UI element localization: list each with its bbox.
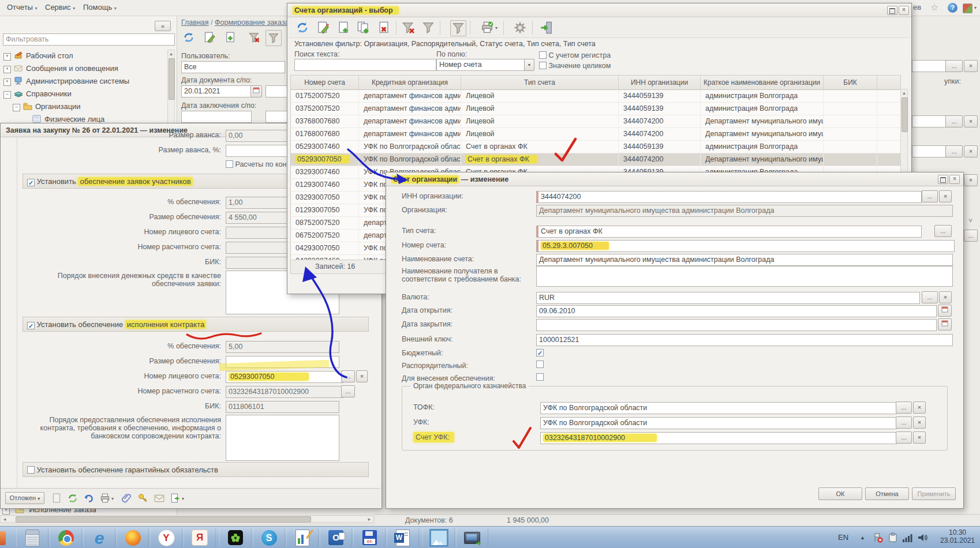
tray-expand-icon[interactable]: ▲	[860, 527, 865, 548]
expander-plus-icon[interactable]: +	[3, 66, 11, 73]
lookup-button[interactable]: ...	[945, 145, 963, 157]
currency-input[interactable]: RUR	[536, 292, 920, 304]
chevron-down-icon[interactable]: ▾	[111, 496, 114, 501]
table-row[interactable]: 01768007680департамент финансов админист…	[291, 128, 900, 141]
contract-calc-checkbox[interactable]: Расчеты по контр	[226, 160, 294, 168]
right-panel-input[interactable]	[912, 60, 947, 72]
taskbar-item-remote-desktop[interactable]	[456, 528, 488, 547]
column-header[interactable]: ИНН организации	[619, 76, 701, 89]
menu-help[interactable]: Помощь ▾	[83, 0, 117, 15]
network-signal-icon[interactable]	[903, 534, 913, 544]
filter-alt-icon[interactable]	[450, 20, 466, 36]
expander-minus-icon[interactable]: −	[3, 91, 11, 99]
favorites-star-icon[interactable]: ☆	[930, 0, 938, 15]
case-sensitive-checkbox[interactable]: С учетом регистра	[539, 51, 611, 59]
doc-date-from-input[interactable]: 20.01.2021	[181, 85, 252, 97]
scroll-up-icon[interactable]: ▲	[168, 51, 174, 57]
close-button[interactable]: ×	[899, 6, 909, 15]
horizontal-scrollbar[interactable]: ◄ ►	[0, 515, 374, 523]
taskbar-item-firefox[interactable]	[117, 528, 149, 547]
right-panel-input[interactable]	[912, 115, 947, 127]
ufk-input[interactable]: УФК по Волгоградской области	[540, 417, 897, 429]
clear-button[interactable]: ×	[913, 416, 926, 429]
column-header[interactable]: Номер счета	[291, 76, 359, 89]
clear-filter-icon[interactable]	[401, 20, 416, 35]
edit-icon[interactable]	[316, 20, 331, 35]
sec2-size-input[interactable]	[226, 356, 339, 368]
sec2-order-textarea[interactable]	[226, 415, 339, 461]
section-contract-security[interactable]: Установить обеспечение исполнения контра…	[23, 317, 369, 332]
table-row[interactable]: 05293007460УФК по Волгоградской областиС…	[291, 141, 900, 153]
cancel-button[interactable]: Отмена	[865, 487, 909, 500]
select-dropdown-button[interactable]: ▾	[524, 59, 534, 71]
clear-filter-icon[interactable]	[247, 30, 262, 45]
add-copy-icon[interactable]	[356, 20, 371, 35]
external-key-input[interactable]: 1000012521	[536, 334, 953, 346]
expander-plus-icon[interactable]: +	[3, 53, 11, 61]
accounts-select-titlebar[interactable]: Счета организаций - выбор	[287, 3, 911, 17]
expander-plus-icon[interactable]: +	[3, 78, 11, 86]
filter-icon[interactable]	[421, 20, 436, 35]
checkbox-icon[interactable]	[27, 466, 35, 474]
account-number-input[interactable]: 05.29.3.007050	[536, 240, 955, 252]
scroll-right-icon[interactable]: ►	[366, 517, 372, 522]
refresh-icon[interactable]	[65, 491, 80, 506]
account-edit-titlebar[interactable]: Счет организации — изменение	[386, 172, 963, 186]
print-preview-icon[interactable]	[480, 20, 495, 35]
column-header[interactable]: Тип счета	[461, 76, 619, 89]
recipient-name-input[interactable]	[536, 266, 953, 287]
lookup-button[interactable]: ...	[896, 431, 912, 444]
calendar-icon[interactable]	[938, 305, 952, 317]
export-icon[interactable]	[168, 491, 183, 506]
for-security-checkbox[interactable]	[536, 373, 544, 381]
calendar-icon[interactable]	[250, 85, 262, 97]
lookup-button[interactable]: ...	[341, 370, 355, 382]
lookup-button[interactable]: ...	[896, 401, 912, 414]
taskbar-item-yandex-browser[interactable]: Y	[150, 528, 182, 547]
user-filter-input[interactable]: Все	[181, 61, 285, 73]
taskbar-item-image-viewer[interactable]	[422, 528, 455, 547]
chevron-down-icon[interactable]: ▾	[974, 5, 977, 10]
add-icon[interactable]	[223, 30, 238, 45]
settings-icon[interactable]	[513, 20, 528, 35]
column-header[interactable]: Кредитная организация	[359, 76, 461, 89]
status-dropdown-button[interactable]: Отложен ▾	[5, 492, 44, 504]
help-icon[interactable]: ?	[948, 3, 957, 13]
undo-icon[interactable]	[81, 491, 96, 506]
clear-button[interactable]: ×	[913, 401, 926, 414]
menu-reports[interactable]: Отчеты ▾	[7, 0, 38, 15]
lookup-button[interactable]: ...	[922, 190, 938, 202]
clipboard-tray-icon[interactable]	[888, 532, 898, 545]
checkbox-checked-icon[interactable]	[27, 322, 35, 329]
table-row[interactable]: 03768007680департамент финансов админист…	[291, 115, 900, 128]
budget-checkbox[interactable]	[536, 348, 544, 356]
lookup-button[interactable]: ...	[922, 291, 938, 303]
chevron-icon[interactable]: ˅	[968, 217, 972, 225]
ok-button[interactable]: ОК	[818, 487, 862, 500]
chevron-down-icon[interactable]: ▾	[182, 496, 184, 501]
taskbar-item-skype[interactable]: S	[253, 528, 285, 547]
apply-button[interactable]: Применить	[912, 487, 956, 500]
taskbar-item-outlook[interactable]: O	[320, 528, 352, 547]
taskbar-item-chart-app[interactable]	[286, 528, 319, 547]
clear-button[interactable]: ×	[964, 174, 978, 186]
checkbox-checked-icon[interactable]	[27, 179, 35, 186]
menu-service[interactable]: Сервис ▾	[45, 0, 75, 15]
sidebar-item-messages[interactable]: +Сообщения и оповещения	[3, 62, 118, 75]
taskbar-item-chrome[interactable]	[50, 528, 82, 547]
sidebar-item-directories[interactable]: −Справочники	[3, 88, 72, 100]
breadcrumb-home-link[interactable]: Главная	[181, 18, 209, 27]
ufk-account-input[interactable]: 03232643187010002900	[540, 432, 897, 444]
flag-action-center-icon[interactable]	[873, 532, 883, 545]
lookup-button[interactable]: ...	[341, 385, 355, 397]
lookup-button[interactable]: ...	[945, 115, 963, 127]
sec2-personal-account-input[interactable]: 05293007050	[226, 371, 343, 383]
taskbar-item-icq[interactable]	[219, 528, 252, 547]
taskbar-item-word[interactable]: W	[387, 528, 419, 547]
clear-button[interactable]: ×	[939, 291, 952, 303]
table-row[interactable]: 03752007520департамент финансов админист…	[291, 103, 900, 115]
calendar-icon[interactable]	[938, 318, 952, 331]
taskbar-item-internet-explorer[interactable]: e	[83, 528, 115, 547]
section-warranty-security[interactable]: Установить обеспечение гарантийных обяза…	[23, 462, 369, 477]
clear-button[interactable]: ×	[964, 60, 978, 72]
